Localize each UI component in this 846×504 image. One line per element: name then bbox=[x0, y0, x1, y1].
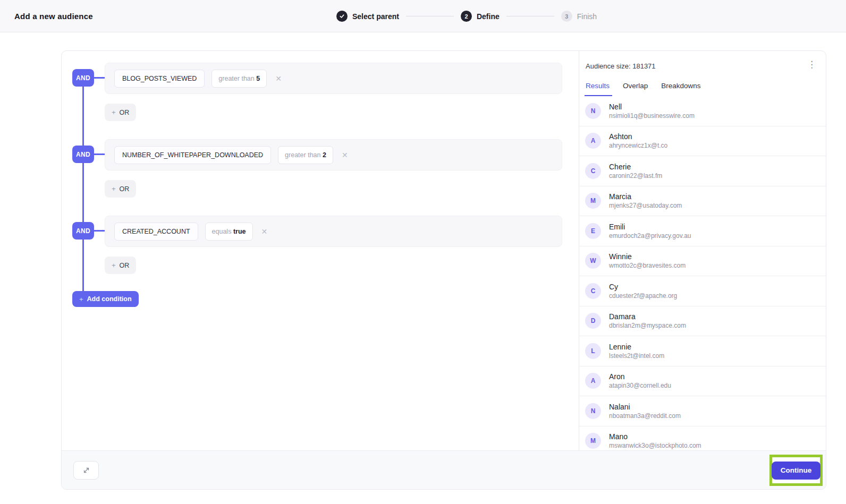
step-define[interactable]: 2 Define bbox=[461, 11, 500, 22]
connector-line bbox=[94, 230, 105, 232]
avatar: A bbox=[585, 373, 601, 389]
audience-size-value: 181371 bbox=[632, 62, 655, 70]
member-name: Winnie bbox=[609, 252, 686, 261]
panel-header: Audience size: 181371 ⋮ bbox=[579, 51, 826, 70]
avatar: M bbox=[585, 433, 601, 449]
member-info: Lennielsteels2t@intel.com bbox=[609, 342, 664, 360]
remove-condition-icon[interactable]: ✕ bbox=[275, 74, 282, 83]
remove-condition-icon[interactable]: ✕ bbox=[261, 227, 268, 236]
condition-operator-chip[interactable]: greater than 2 bbox=[278, 146, 333, 164]
avatar: C bbox=[585, 283, 601, 299]
connector-line bbox=[94, 77, 105, 79]
member-row[interactable]: MManomswanwick3o@istockphoto.com bbox=[579, 426, 826, 451]
member-row[interactable]: DDamaradbrislan2m@myspace.com bbox=[579, 306, 826, 337]
member-row[interactable]: MMarciamjenks27@usatoday.com bbox=[579, 186, 826, 217]
member-row[interactable]: AAshtonahryncewicz1x@t.co bbox=[579, 126, 826, 157]
stepper: Select parent 2 Define 3 Finish bbox=[336, 0, 597, 32]
step-finish: 3 Finish bbox=[561, 11, 597, 22]
member-info: Winniewmotto2c@bravesites.com bbox=[609, 252, 686, 270]
or-label: OR bbox=[120, 109, 130, 116]
tab-breakdowns[interactable]: Breakdowns bbox=[661, 82, 700, 96]
member-row[interactable]: NNalaninboatman3a@reddit.com bbox=[579, 396, 826, 426]
results-panel: Audience size: 181371 ⋮ Results Overlap … bbox=[579, 51, 826, 450]
member-row[interactable]: WWinniewmotto2c@bravesites.com bbox=[579, 246, 826, 277]
and-operator-badge[interactable]: AND bbox=[72, 69, 94, 87]
and-connector-line bbox=[82, 78, 84, 296]
member-name: Lennie bbox=[609, 342, 664, 352]
add-condition-button[interactable]: + Add condition bbox=[72, 291, 139, 307]
member-email: caronin22@last.fm bbox=[609, 172, 662, 180]
tab-results[interactable]: Results bbox=[586, 82, 610, 96]
member-email: nboatman3a@reddit.com bbox=[609, 412, 681, 420]
check-icon bbox=[336, 11, 348, 22]
condition-field-chip[interactable]: NUMBER_OF_WHITEPAPER_DOWNLOADED bbox=[114, 146, 271, 164]
step-label: Select parent bbox=[352, 12, 399, 21]
expand-button[interactable] bbox=[73, 461, 99, 480]
condition-builder: AND BLOG_POSTS_VIEWED greater than 5 ✕ +… bbox=[62, 51, 579, 450]
member-email: cduester2f@apache.org bbox=[609, 292, 677, 300]
step-connector bbox=[406, 16, 454, 16]
plus-icon: + bbox=[112, 108, 116, 116]
condition-operator-chip[interactable]: equals true bbox=[205, 223, 253, 241]
or-label: OR bbox=[120, 185, 130, 193]
audience-builder-card: AND BLOG_POSTS_VIEWED greater than 5 ✕ +… bbox=[61, 50, 826, 490]
member-email: dbrislan2m@myspace.com bbox=[609, 321, 686, 330]
add-or-button[interactable]: + OR bbox=[105, 257, 136, 274]
step-label: Define bbox=[477, 12, 500, 21]
page-title: Add a new audience bbox=[14, 12, 93, 21]
member-row[interactable]: LLennielsteels2t@intel.com bbox=[579, 336, 826, 366]
kebab-menu-icon[interactable]: ⋮ bbox=[807, 61, 816, 69]
connector-line bbox=[94, 153, 105, 155]
member-row[interactable]: NNellnsimioli1q@businesswire.com bbox=[579, 96, 826, 126]
operator-text: greater than bbox=[218, 75, 254, 82]
tab-overlap[interactable]: Overlap bbox=[623, 82, 648, 96]
and-operator-badge[interactable]: AND bbox=[72, 222, 94, 240]
member-name: Cherie bbox=[609, 162, 662, 172]
step-number-badge: 3 bbox=[561, 11, 572, 22]
member-row[interactable]: CCycduester2f@apache.org bbox=[579, 276, 826, 306]
member-row[interactable]: AAronatapin30@cornell.edu bbox=[579, 366, 826, 397]
and-operator-badge[interactable]: AND bbox=[72, 146, 94, 163]
step-number-badge: 2 bbox=[461, 11, 472, 22]
condition-row: BLOG_POSTS_VIEWED greater than 5 ✕ bbox=[105, 63, 562, 94]
member-email: nsimioli1q@businesswire.com bbox=[609, 112, 695, 120]
condition-field-chip[interactable]: CREATED_ACCOUNT bbox=[114, 223, 198, 241]
add-or-button[interactable]: + OR bbox=[105, 104, 136, 121]
member-email: mswanwick3o@istockphoto.com bbox=[609, 441, 701, 450]
member-info: Damaradbrislan2m@myspace.com bbox=[609, 312, 686, 330]
condition-operator-chip[interactable]: greater than 5 bbox=[212, 70, 267, 88]
condition-field-chip[interactable]: BLOG_POSTS_VIEWED bbox=[114, 70, 205, 88]
member-name: Cy bbox=[609, 282, 677, 292]
remove-condition-icon[interactable]: ✕ bbox=[342, 151, 348, 159]
member-row[interactable]: CCheriecaronin22@last.fm bbox=[579, 156, 826, 186]
avatar: N bbox=[585, 103, 601, 119]
avatar: C bbox=[585, 163, 601, 179]
step-label: Finish bbox=[577, 12, 597, 21]
operator-text: equals bbox=[212, 228, 232, 235]
step-select-parent[interactable]: Select parent bbox=[336, 11, 399, 22]
audience-size: Audience size: 181371 bbox=[586, 62, 656, 70]
avatar: E bbox=[585, 223, 601, 239]
expand-icon bbox=[82, 466, 90, 474]
condition-row: NUMBER_OF_WHITEPAPER_DOWNLOADED greater … bbox=[105, 139, 562, 170]
member-name: Ashton bbox=[609, 132, 667, 141]
member-name: Damara bbox=[609, 312, 686, 321]
avatar: W bbox=[585, 253, 601, 269]
member-email: emurdoch2a@privacy.gov.au bbox=[609, 232, 691, 240]
plus-icon: + bbox=[112, 185, 116, 193]
annotation-highlight-box: Continue bbox=[769, 455, 823, 486]
step-connector bbox=[506, 16, 554, 16]
member-name: Nell bbox=[609, 102, 695, 112]
member-name: Emili bbox=[609, 222, 691, 232]
add-or-button[interactable]: + OR bbox=[105, 180, 136, 198]
member-email: lsteels2t@intel.com bbox=[609, 352, 664, 360]
member-name: Mano bbox=[609, 432, 701, 441]
member-info: Cycduester2f@apache.org bbox=[609, 282, 677, 300]
add-condition-label: Add condition bbox=[87, 295, 132, 303]
member-row[interactable]: EEmiliemurdoch2a@privacy.gov.au bbox=[579, 216, 826, 246]
member-info: Emiliemurdoch2a@privacy.gov.au bbox=[609, 222, 691, 240]
member-list: NNellnsimioli1q@businesswire.comAAshtona… bbox=[579, 96, 826, 450]
member-name: Aron bbox=[609, 372, 671, 381]
continue-button[interactable]: Continue bbox=[772, 462, 821, 480]
member-info: Nellnsimioli1q@businesswire.com bbox=[609, 102, 695, 120]
